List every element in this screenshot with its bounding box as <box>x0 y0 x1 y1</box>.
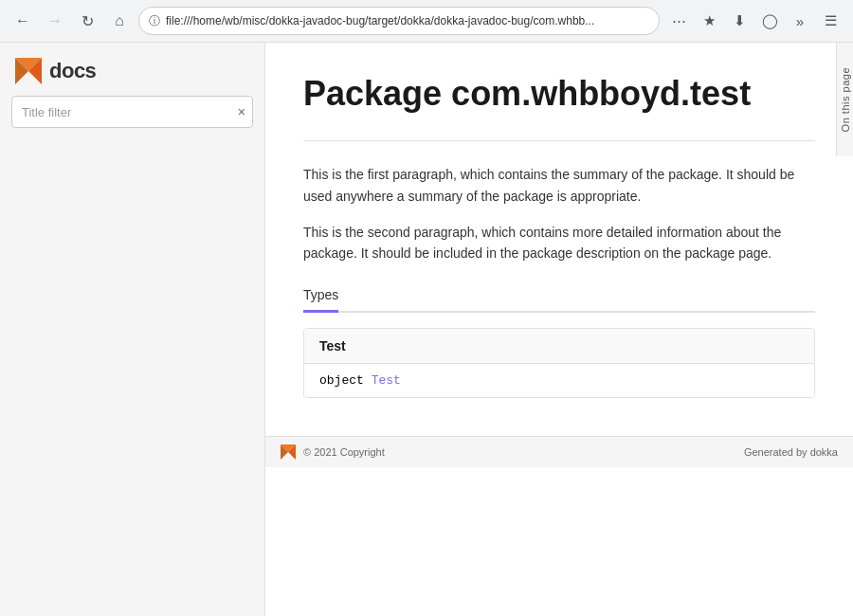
back-button[interactable]: ← <box>9 8 36 34</box>
download-button[interactable]: ⬇ <box>726 8 753 34</box>
content-divider <box>303 140 815 141</box>
kotlin-logo-link[interactable]: docs <box>15 58 96 84</box>
footer-left: © 2021 Copyright <box>281 444 385 460</box>
content-area: Package com.whbboyd.test This is the fir… <box>265 43 853 616</box>
content-inner: Package com.whbboyd.test This is the fir… <box>265 43 853 436</box>
pocket-button[interactable]: ◯ <box>756 8 783 34</box>
table-row: object Test <box>304 364 814 397</box>
main-layout: docs × Package com.whbboyd.test This is … <box>0 43 853 616</box>
sidebar-filter-container: × <box>11 96 253 128</box>
type-link[interactable]: Test <box>372 373 401 388</box>
browser-toolbar: ← → ↻ ⌂ ⓘ file:///home/wb/misc/dokka-jav… <box>0 0 853 43</box>
title-filter-input[interactable] <box>11 96 253 128</box>
docs-logo-text: docs <box>49 59 96 83</box>
lock-icon: ⓘ <box>149 13 160 29</box>
page-title: Package com.whbboyd.test <box>303 73 815 114</box>
menu-button[interactable]: ☰ <box>817 8 844 34</box>
kotlin-logo-icon <box>15 58 42 84</box>
on-this-page-panel: On this page <box>836 43 853 156</box>
footer: © 2021 Copyright Generated by dokka <box>265 436 853 467</box>
sidebar-header: docs <box>0 43 264 96</box>
bookmark-button[interactable]: ★ <box>696 8 722 34</box>
footer-copyright: © 2021 Copyright <box>303 446 385 458</box>
paragraph-1: This is the first paragraph, which conta… <box>303 164 815 207</box>
content-scroll[interactable]: Package com.whbboyd.test This is the fir… <box>265 43 853 616</box>
forward-button[interactable]: → <box>42 8 68 34</box>
on-this-page-label: On this page <box>840 67 851 132</box>
paragraph-2: This is the second paragraph, which cont… <box>303 222 815 264</box>
home-button[interactable]: ⌂ <box>106 8 133 34</box>
address-bar[interactable]: ⓘ file:///home/wb/misc/dokka-javadoc-bug… <box>138 7 660 35</box>
more-options-button[interactable]: ⋯ <box>665 8 692 34</box>
keyword-label: object <box>319 373 364 388</box>
filter-clear-button[interactable]: × <box>238 105 245 118</box>
sidebar: docs × <box>0 43 265 616</box>
extensions-button[interactable]: » <box>787 8 813 34</box>
browser-toolbar-icons: ⋯ ★ ⬇ ◯ » ☰ <box>665 8 844 34</box>
url-text: file:///home/wb/misc/dokka-javadoc-bug/t… <box>166 14 649 27</box>
section-tabs: Types <box>303 280 815 313</box>
types-table-header: Test <box>304 329 814 364</box>
types-table: Test object Test <box>303 328 815 398</box>
footer-generated: Generated by dokka <box>744 446 838 458</box>
reload-button[interactable]: ↻ <box>74 8 100 34</box>
tab-types[interactable]: Types <box>303 280 338 313</box>
footer-logo-icon <box>281 444 296 460</box>
